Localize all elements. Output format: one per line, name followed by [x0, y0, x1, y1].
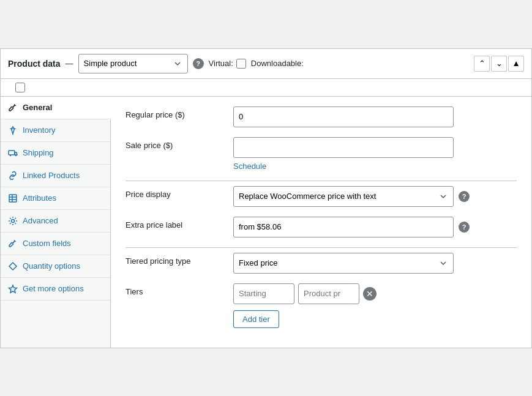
product-data-body: General Inventory Shipping Linked Produc… [1, 97, 531, 348]
sidebar-item-linked-products[interactable]: Linked Products [1, 165, 110, 187]
main-panel: Regular price ($) Sale price ($) Schedul… [111, 97, 531, 348]
gear-icon-advanced [8, 216, 18, 226]
sidebar-label-attributes: Attributes [23, 193, 56, 203]
tiers-row: Tiers ✕ Add tier [126, 283, 517, 328]
regular-price-row: Regular price ($) [126, 106, 517, 127]
price-display-label: Price display [126, 186, 223, 199]
sale-price-row: Sale price ($) Schedule [126, 137, 517, 171]
truck-icon [8, 148, 18, 158]
nav-up-button[interactable]: ⌃ [474, 56, 490, 72]
product-type-help-icon[interactable]: ? [193, 58, 204, 69]
tiers-label: Tiers [126, 283, 223, 296]
tier-starting-input[interactable] [233, 283, 294, 304]
price-display-row: Price display Replace WooCommerce price … [126, 186, 517, 207]
sidebar-label-inventory: Inventory [23, 125, 55, 135]
regular-price-control [233, 106, 517, 127]
diamond-icon-qty [8, 261, 18, 271]
sidebar-item-shipping[interactable]: Shipping [1, 142, 110, 165]
wrench-icon [8, 103, 18, 113]
extra-price-label-label: Extra price label [126, 217, 223, 230]
svg-marker-9 [9, 263, 17, 270]
svg-rect-4 [9, 195, 17, 202]
schedule-link[interactable]: Schedule [233, 162, 266, 171]
sale-price-control: Schedule [233, 137, 517, 171]
sidebar-item-advanced[interactable]: Advanced [1, 210, 110, 233]
tiered-pricing-type-row: Tiered pricing type Fixed price Percenta… [126, 253, 517, 274]
tier-product-pr-input[interactable] [298, 283, 359, 304]
sidebar-item-get-more-options[interactable]: Get more options [1, 278, 110, 301]
sidebar-label-advanced: Advanced [23, 216, 58, 225]
extra-price-label-input[interactable] [233, 217, 454, 237]
svg-rect-0 [10, 129, 16, 129]
product-data-header: Product data — Simple product Variable p… [1, 49, 531, 79]
header-separator: — [66, 59, 73, 68]
regular-price-input[interactable] [233, 106, 454, 127]
svg-rect-1 [9, 151, 15, 155]
svg-marker-10 [9, 285, 17, 293]
downloadable-wrap: Downloadable: [251, 59, 304, 68]
price-display-control: Replace WooCommerce price with text Show… [233, 186, 517, 207]
price-display-select[interactable]: Replace WooCommerce price with text Show… [233, 186, 454, 207]
header-checkbox[interactable] [15, 83, 25, 92]
svg-point-8 [12, 219, 15, 222]
sidebar-label-general: General [23, 103, 52, 112]
virtual-checkbox[interactable] [236, 59, 246, 69]
sidebar-item-general[interactable]: General [1, 97, 111, 119]
price-display-help-icon[interactable]: ? [459, 191, 470, 202]
header-checkbox-row [1, 79, 531, 97]
diamond-icon [8, 125, 18, 135]
regular-price-label: Regular price ($) [126, 106, 223, 119]
svg-point-3 [15, 154, 17, 155]
divider-1 [126, 181, 517, 181]
sale-price-label: Sale price ($) [126, 137, 223, 150]
tiered-pricing-type-control: Fixed price Percentage discount Fixed di… [233, 253, 517, 274]
sidebar-label-linked-products: Linked Products [23, 171, 80, 180]
sidebar-label-custom-fields: Custom fields [23, 239, 71, 248]
wrench-icon-custom [8, 239, 18, 248]
nav-expand-button[interactable]: ▲ [508, 56, 524, 72]
add-tier-button[interactable]: Add tier [233, 310, 279, 328]
divider-2 [126, 247, 517, 248]
product-type-select[interactable]: Simple product Variable product Grouped … [78, 54, 188, 73]
sidebar: General Inventory Shipping Linked Produc… [1, 97, 111, 348]
sidebar-item-attributes[interactable]: Attributes [1, 187, 110, 210]
tier-input-row: ✕ [233, 283, 517, 304]
sidebar-label-quantity-options: Quantity options [23, 261, 80, 271]
sidebar-item-inventory[interactable]: Inventory [1, 119, 110, 142]
sidebar-label-get-more-options: Get more options [23, 284, 84, 293]
table-icon [8, 193, 18, 203]
extra-price-help-icon[interactable]: ? [459, 222, 470, 233]
star-icon [8, 284, 18, 294]
sidebar-label-shipping: Shipping [23, 148, 54, 157]
link-icon [8, 171, 18, 181]
product-data-box: Product data — Simple product Variable p… [0, 48, 532, 348]
extra-price-label-control: ? [233, 217, 517, 237]
product-data-title: Product data [8, 59, 61, 69]
virtual-wrap: Virtual: [209, 59, 246, 69]
sidebar-item-custom-fields[interactable]: Custom fields [1, 233, 110, 255]
tiered-pricing-type-select[interactable]: Fixed price Percentage discount Fixed di… [233, 253, 454, 274]
svg-point-2 [10, 154, 11, 155]
tiered-pricing-type-label: Tiered pricing type [126, 253, 223, 266]
sale-price-input[interactable] [233, 137, 454, 158]
nav-arrows: ⌃ ⌄ ▲ [474, 56, 524, 72]
extra-price-label-row: Extra price label ? [126, 217, 517, 237]
nav-down-button[interactable]: ⌄ [491, 56, 507, 72]
tier-remove-button[interactable]: ✕ [363, 287, 377, 301]
tiers-control: ✕ Add tier [233, 283, 517, 328]
sidebar-item-quantity-options[interactable]: Quantity options [1, 255, 110, 278]
virtual-label: Virtual: [209, 59, 233, 68]
downloadable-label: Downloadable: [251, 59, 304, 68]
